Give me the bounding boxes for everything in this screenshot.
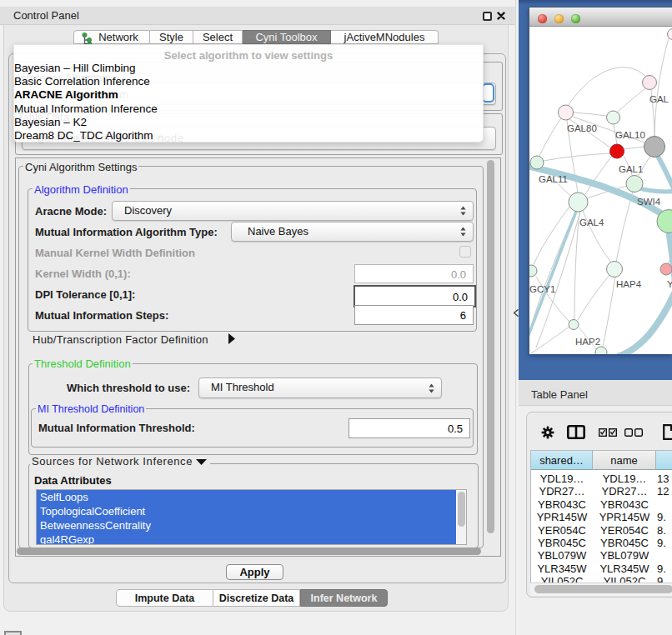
svg-text:GAL80: GAL80 — [567, 123, 597, 133]
svg-text:GAL: GAL — [649, 94, 669, 104]
svg-text:GAL11: GAL11 — [539, 174, 568, 184]
svg-text:SWI4: SWI4 — [637, 197, 661, 207]
svg-text:Y: Y — [667, 279, 672, 289]
svg-text:GAL1: GAL1 — [619, 164, 643, 174]
svg-text:GCY1: GCY1 — [529, 284, 555, 294]
svg-text:GAL10: GAL10 — [615, 130, 645, 140]
svg-text:HAP4: HAP4 — [616, 279, 642, 289]
svg-text:GAL4: GAL4 — [579, 218, 604, 228]
svg-text:HAP2: HAP2 — [575, 337, 600, 347]
